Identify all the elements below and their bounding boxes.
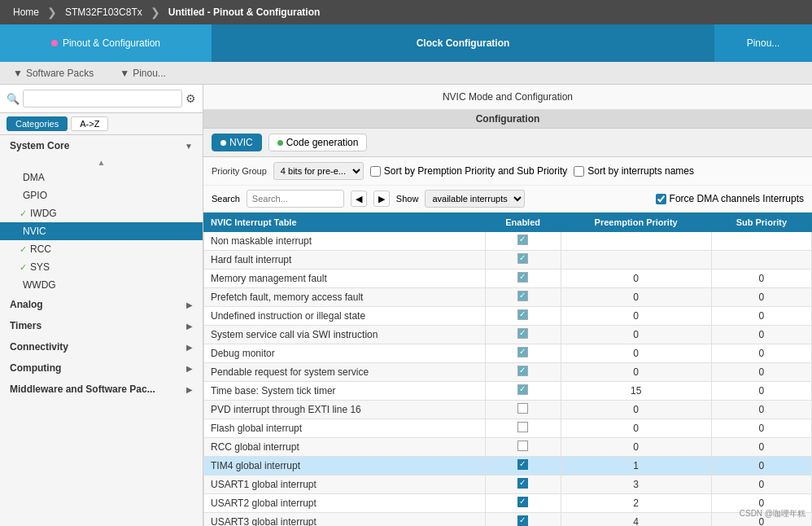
sub-tab-pinout[interactable]: ▼ Pinou... xyxy=(107,62,179,84)
show-select[interactable]: available interrupts xyxy=(425,190,525,208)
sidebar-section-connectivity-label: Connectivity xyxy=(10,341,68,353)
enabled-checkbox[interactable] xyxy=(517,235,528,245)
sidebar-tab-az[interactable]: A->Z xyxy=(71,116,108,131)
interrupt-enabled-cell[interactable] xyxy=(485,307,561,326)
sidebar-tab-categories[interactable]: Categories xyxy=(7,116,68,131)
search-prev-button[interactable]: ◀ xyxy=(351,191,367,207)
enabled-checkbox[interactable] xyxy=(517,328,528,339)
sort-names-group: Sort by interrupts names xyxy=(574,165,694,177)
content-area: NVIC Mode and Configuration Configuratio… xyxy=(203,85,812,526)
table-row[interactable]: Hard fault interrupt xyxy=(204,251,812,270)
interrupt-enabled-cell[interactable] xyxy=(485,288,561,307)
enabled-checkbox[interactable] xyxy=(517,291,528,301)
sidebar-section-analog[interactable]: Analog ▶ xyxy=(0,294,203,315)
sort-premption-checkbox[interactable] xyxy=(370,166,381,177)
gear-icon[interactable]: ⚙ xyxy=(186,92,196,105)
interrupt-name: Time base: System tick timer xyxy=(204,382,486,401)
sub-priority-cell: 0 xyxy=(711,476,811,494)
preemption-priority-cell: 0 xyxy=(561,326,711,344)
priority-group-select[interactable]: 4 bits for pre-e... xyxy=(273,162,364,180)
sidebar-section-timers[interactable]: Timers ▶ xyxy=(0,315,203,336)
preemption-priority-cell: 0 xyxy=(561,288,711,307)
sort-premption-group: Sort by Premption Priority and Sub Prior… xyxy=(370,165,567,177)
table-row[interactable]: Prefetch fault, memory access fault00 xyxy=(204,288,812,307)
search-field[interactable] xyxy=(247,190,344,208)
config-tab-nvic[interactable]: NVIC xyxy=(212,134,262,151)
sidebar-item[interactable]: ✓SYS xyxy=(0,258,203,276)
interrupt-enabled-cell[interactable] xyxy=(485,251,561,270)
table-row[interactable]: PVD interrupt through EXTI line 1600 xyxy=(204,401,812,419)
interrupt-enabled-cell[interactable] xyxy=(485,270,561,288)
sidebar-item[interactable]: GPIO xyxy=(0,186,203,204)
enabled-checkbox[interactable] xyxy=(517,309,528,320)
table-row[interactable]: Debug monitor00 xyxy=(204,344,812,363)
table-row[interactable]: Non maskable interrupt xyxy=(204,232,812,251)
interrupt-enabled-cell[interactable] xyxy=(485,232,561,251)
table-row[interactable]: Time base: System tick timer150 xyxy=(204,382,812,401)
sidebar-item[interactable]: ✓RCC xyxy=(0,240,203,258)
sidebar-item[interactable]: WWDG xyxy=(0,276,203,294)
breadcrumb-mcu[interactable]: STM32F103C8Tx xyxy=(59,7,149,18)
enabled-checkbox[interactable] xyxy=(517,422,528,432)
table-row[interactable]: System service call via SWI instruction0… xyxy=(204,326,812,344)
table-row[interactable]: TIM4 global interrupt10 xyxy=(204,457,812,476)
interrupt-enabled-cell[interactable] xyxy=(485,513,561,527)
enabled-checkbox[interactable] xyxy=(517,459,528,470)
sidebar-item[interactable]: NVIC xyxy=(0,222,203,240)
interrupt-enabled-cell[interactable] xyxy=(485,363,561,382)
sidebar-section-system-core[interactable]: System Core ▼ xyxy=(0,135,203,156)
col-name-header: NVIC Interrupt Table xyxy=(204,213,486,232)
config-tab-codegen[interactable]: Code generation xyxy=(268,134,368,151)
enabled-checkbox[interactable] xyxy=(517,347,528,357)
search-icon: 🔍 xyxy=(7,93,20,105)
enabled-checkbox[interactable] xyxy=(517,497,528,507)
interrupt-enabled-cell[interactable] xyxy=(485,494,561,513)
enabled-checkbox[interactable] xyxy=(517,366,528,376)
breadcrumb-project[interactable]: Untitled - Pinout & Configuration xyxy=(162,7,327,18)
check-icon: ✓ xyxy=(20,244,27,255)
table-row[interactable]: Flash global interrupt00 xyxy=(204,419,812,438)
breadcrumb-home[interactable]: Home xyxy=(7,7,46,18)
sidebar-section-connectivity[interactable]: Connectivity ▶ xyxy=(0,336,203,357)
enabled-checkbox[interactable] xyxy=(517,441,528,451)
table-row[interactable]: USART2 global interrupt20 xyxy=(204,494,812,513)
nvic-table-container: NVIC Interrupt Table Enabled Preemption … xyxy=(203,213,812,526)
interrupt-enabled-cell[interactable] xyxy=(485,344,561,363)
interrupt-enabled-cell[interactable] xyxy=(485,476,561,494)
tab-clock[interactable]: Clock Configuration xyxy=(212,24,714,62)
sidebar-item-label: WWDG xyxy=(23,279,56,291)
table-row[interactable]: USART1 global interrupt30 xyxy=(204,476,812,494)
sort-premption-label: Sort by Premption Priority and Sub Prior… xyxy=(384,165,567,177)
enabled-checkbox[interactable] xyxy=(517,253,528,264)
scroll-up-arrow[interactable]: ▲ xyxy=(0,156,203,169)
table-row[interactable]: Pendable request for system service00 xyxy=(204,363,812,382)
interrupt-enabled-cell[interactable] xyxy=(485,419,561,438)
interrupt-enabled-cell[interactable] xyxy=(485,457,561,476)
table-row[interactable]: Memory management fault00 xyxy=(204,270,812,288)
sidebar-item[interactable]: DMA xyxy=(0,169,203,186)
interrupt-enabled-cell[interactable] xyxy=(485,438,561,457)
search-next-button[interactable]: ▶ xyxy=(373,191,390,207)
tab-right[interactable]: Pinou... xyxy=(714,24,812,62)
sub-priority-cell: 0 xyxy=(711,326,811,344)
tab-pinout[interactable]: Pinout & Configuration xyxy=(0,24,212,62)
interrupt-enabled-cell[interactable] xyxy=(485,401,561,419)
sidebar-section-computing[interactable]: Computing ▶ xyxy=(0,357,203,379)
table-row[interactable]: RCC global interrupt00 xyxy=(204,438,812,457)
interrupt-name: TIM4 global interrupt xyxy=(204,457,486,476)
enabled-checkbox[interactable] xyxy=(517,403,528,414)
enabled-checkbox[interactable] xyxy=(517,272,528,283)
force-dma-checkbox[interactable] xyxy=(656,194,666,204)
sub-tab-software-packs[interactable]: ▼ Software Packs xyxy=(0,62,107,84)
table-row[interactable]: Undefined instruction or illegal state00 xyxy=(204,307,812,326)
sidebar-item[interactable]: ✓IWDG xyxy=(0,204,203,222)
sort-names-checkbox[interactable] xyxy=(574,166,584,177)
enabled-checkbox[interactable] xyxy=(517,515,528,526)
enabled-checkbox[interactable] xyxy=(517,384,528,395)
sidebar-section-middleware[interactable]: Middleware and Software Pac... ▶ xyxy=(0,379,203,400)
search-input[interactable] xyxy=(23,90,182,107)
table-row[interactable]: USART3 global interrupt40 xyxy=(204,513,812,527)
enabled-checkbox[interactable] xyxy=(517,478,528,489)
interrupt-enabled-cell[interactable] xyxy=(485,326,561,344)
interrupt-enabled-cell[interactable] xyxy=(485,382,561,401)
